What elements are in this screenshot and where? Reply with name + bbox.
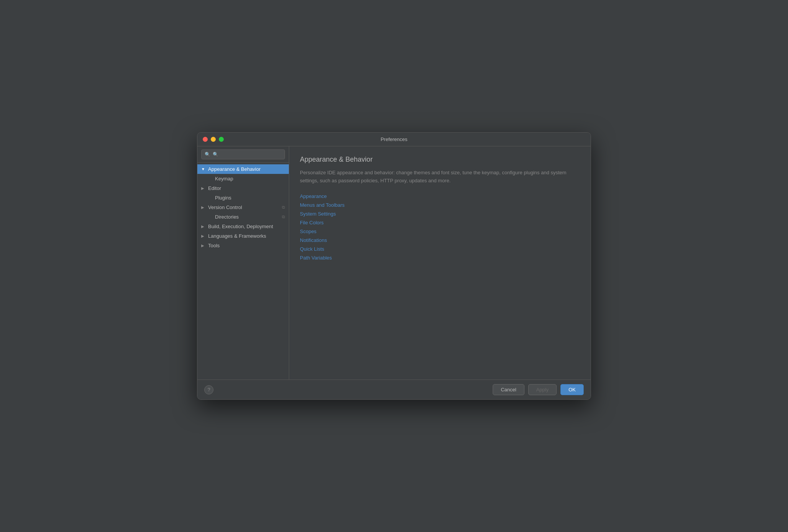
sidebar-item-directories[interactable]: Directories ⧉ — [197, 212, 289, 222]
link-file-colors[interactable]: File Colors — [300, 220, 580, 225]
search-container[interactable]: 🔍 — [201, 149, 285, 159]
content-title: Appearance & Behavior — [300, 156, 580, 164]
search-input[interactable] — [213, 152, 282, 157]
link-system-settings[interactable]: System Settings — [300, 211, 580, 217]
help-button[interactable]: ? — [204, 385, 213, 394]
titlebar: Preferences — [197, 133, 591, 146]
apply-button[interactable]: Apply — [528, 384, 557, 395]
arrow-icon: ▶ — [201, 243, 207, 248]
close-button[interactable] — [203, 137, 208, 142]
arrow-icon: ▶ — [201, 234, 207, 238]
sidebar-item-languages-frameworks[interactable]: ▶ Languages & Frameworks — [197, 231, 289, 241]
content-links: Appearance Menus and Toolbars System Set… — [300, 193, 580, 261]
arrow-icon: ▶ — [201, 224, 207, 229]
sidebar: 🔍 ▼ Appearance & Behavior Keymap — [197, 146, 289, 380]
minimize-button[interactable] — [211, 137, 216, 142]
arrow-icon: ▶ — [201, 186, 207, 190]
maximize-button[interactable] — [219, 137, 224, 142]
sidebar-item-label: Plugins — [215, 195, 285, 201]
sidebar-item-label: Directories — [215, 214, 282, 220]
cancel-button[interactable]: Cancel — [493, 384, 524, 395]
search-box: 🔍 — [197, 146, 289, 163]
arrow-icon: ▼ — [201, 167, 207, 171]
footer: ? Cancel Apply OK — [197, 380, 591, 399]
sidebar-item-label: Languages & Frameworks — [208, 233, 285, 239]
sidebar-item-label: Build, Execution, Deployment — [208, 224, 285, 229]
sidebar-item-plugins[interactable]: Plugins — [197, 193, 289, 203]
arrow-icon: ▶ — [201, 205, 207, 209]
preferences-window: Preferences 🔍 ▼ Appearance & Behavior — [197, 132, 591, 400]
link-notifications[interactable]: Notifications — [300, 237, 580, 243]
search-icon: 🔍 — [205, 152, 210, 157]
sidebar-item-label: Tools — [208, 243, 285, 248]
link-quick-lists[interactable]: Quick Lists — [300, 246, 580, 252]
link-path-variables[interactable]: Path Variables — [300, 255, 580, 261]
window-title: Preferences — [381, 136, 407, 142]
main-content: 🔍 ▼ Appearance & Behavior Keymap — [197, 146, 591, 380]
link-scopes[interactable]: Scopes — [300, 229, 580, 234]
link-menus-toolbars[interactable]: Menus and Toolbars — [300, 202, 580, 208]
window-controls — [203, 137, 224, 142]
footer-left: ? — [204, 385, 213, 394]
sidebar-item-label: Keymap — [215, 176, 285, 182]
sidebar-item-label: Appearance & Behavior — [208, 166, 285, 172]
nav-tree: ▼ Appearance & Behavior Keymap ▶ Editor … — [197, 163, 289, 380]
ok-button[interactable]: OK — [560, 384, 584, 395]
copy-icon: ⧉ — [282, 214, 285, 219]
footer-right: Cancel Apply OK — [493, 384, 584, 395]
link-appearance[interactable]: Appearance — [300, 193, 580, 199]
sidebar-item-label: Version Control — [208, 204, 282, 210]
content-description: Personalize IDE appearance and behavior:… — [300, 169, 580, 185]
sidebar-item-label: Editor — [208, 185, 285, 191]
sidebar-item-editor[interactable]: ▶ Editor — [197, 183, 289, 193]
sidebar-item-build-execution-deployment[interactable]: ▶ Build, Execution, Deployment — [197, 222, 289, 231]
sidebar-item-keymap[interactable]: Keymap — [197, 174, 289, 183]
copy-icon: ⧉ — [282, 205, 285, 210]
sidebar-item-appearance-behavior[interactable]: ▼ Appearance & Behavior — [197, 164, 289, 174]
content-panel: Appearance & Behavior Personalize IDE ap… — [289, 146, 591, 380]
sidebar-item-version-control[interactable]: ▶ Version Control ⧉ — [197, 203, 289, 212]
sidebar-item-tools[interactable]: ▶ Tools — [197, 241, 289, 250]
